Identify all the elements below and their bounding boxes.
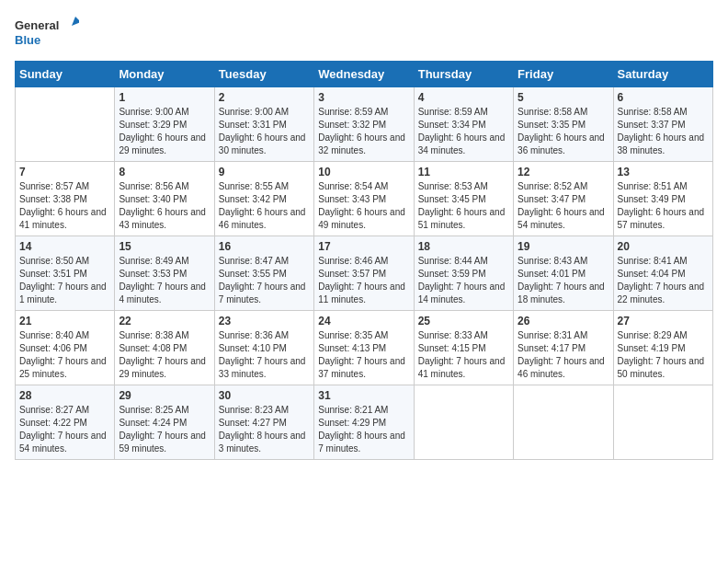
calendar-cell: 13Sunrise: 8:51 AMSunset: 3:49 PMDayligh… [613,162,712,236]
day-number: 9 [219,166,310,178]
calendar-page: General Blue Sunday Monday Tuesday Wedne… [0,0,728,563]
calendar-cell [16,87,115,162]
day-info: Sunrise: 8:59 AMSunset: 3:34 PMDaylight:… [418,106,509,157]
day-info: Sunrise: 8:46 AMSunset: 3:57 PMDaylight:… [318,255,409,306]
calendar-cell: 30Sunrise: 8:23 AMSunset: 4:27 PMDayligh… [214,385,313,460]
day-number: 3 [318,91,409,104]
col-saturday: Saturday [613,62,712,87]
calendar-cell: 12Sunrise: 8:52 AMSunset: 3:47 PMDayligh… [514,162,613,236]
day-number: 13 [618,166,709,178]
day-number: 19 [518,240,609,253]
col-sunday: Sunday [16,62,115,87]
day-info: Sunrise: 8:59 AMSunset: 3:32 PMDaylight:… [318,106,409,157]
day-info: Sunrise: 9:00 AMSunset: 3:29 PMDaylight:… [119,106,210,157]
day-number: 16 [219,240,310,253]
day-number: 2 [219,91,310,104]
calendar-week-row: 21Sunrise: 8:40 AMSunset: 4:06 PMDayligh… [16,311,713,385]
day-info: Sunrise: 8:49 AMSunset: 3:53 PMDaylight:… [119,255,210,306]
calendar-week-row: 1Sunrise: 9:00 AMSunset: 3:29 PMDaylight… [16,87,713,162]
calendar-cell: 20Sunrise: 8:41 AMSunset: 4:04 PMDayligh… [613,236,712,311]
calendar-cell: 1Sunrise: 9:00 AMSunset: 3:29 PMDaylight… [115,87,214,162]
calendar-cell: 5Sunrise: 8:58 AMSunset: 3:35 PMDaylight… [514,87,613,162]
calendar-week-row: 28Sunrise: 8:27 AMSunset: 4:22 PMDayligh… [16,385,713,460]
day-info: Sunrise: 8:35 AMSunset: 4:13 PMDaylight:… [318,329,409,381]
day-info: Sunrise: 8:55 AMSunset: 3:42 PMDaylight:… [219,180,310,232]
calendar-cell: 23Sunrise: 8:36 AMSunset: 4:10 PMDayligh… [214,311,313,385]
col-thursday: Thursday [414,62,513,87]
day-info: Sunrise: 8:33 AMSunset: 4:15 PMDaylight:… [418,329,509,381]
logo-svg: General Blue [15,15,79,52]
calendar-cell: 25Sunrise: 8:33 AMSunset: 4:15 PMDayligh… [414,311,513,385]
svg-text:General: General [15,18,59,32]
calendar-cell: 14Sunrise: 8:50 AMSunset: 3:51 PMDayligh… [16,236,115,311]
day-number: 10 [318,166,409,178]
day-number: 7 [19,166,110,178]
day-number: 5 [518,91,609,104]
day-info: Sunrise: 8:51 AMSunset: 3:49 PMDaylight:… [618,180,709,232]
day-number: 12 [518,166,609,178]
day-info: Sunrise: 8:58 AMSunset: 3:35 PMDaylight:… [518,106,609,157]
day-info: Sunrise: 8:53 AMSunset: 3:45 PMDaylight:… [418,180,509,232]
calendar-cell: 9Sunrise: 8:55 AMSunset: 3:42 PMDaylight… [214,162,313,236]
calendar-cell: 26Sunrise: 8:31 AMSunset: 4:17 PMDayligh… [514,311,613,385]
day-number: 25 [418,315,509,327]
day-number: 4 [418,91,509,104]
calendar-cell: 7Sunrise: 8:57 AMSunset: 3:38 PMDaylight… [16,162,115,236]
calendar-cell: 2Sunrise: 9:00 AMSunset: 3:31 PMDaylight… [214,87,313,162]
calendar-cell: 27Sunrise: 8:29 AMSunset: 4:19 PMDayligh… [613,311,712,385]
day-number: 18 [418,240,509,253]
day-number: 15 [119,240,210,253]
day-number: 31 [318,389,409,402]
calendar-cell: 24Sunrise: 8:35 AMSunset: 4:13 PMDayligh… [314,311,414,385]
day-number: 8 [119,166,210,178]
calendar-cell [514,385,613,460]
day-info: Sunrise: 9:00 AMSunset: 3:31 PMDaylight:… [219,106,310,157]
calendar-cell: 29Sunrise: 8:25 AMSunset: 4:24 PMDayligh… [115,385,214,460]
calendar-cell: 6Sunrise: 8:58 AMSunset: 3:37 PMDaylight… [613,87,712,162]
calendar-cell: 17Sunrise: 8:46 AMSunset: 3:57 PMDayligh… [314,236,414,311]
calendar-cell: 8Sunrise: 8:56 AMSunset: 3:40 PMDaylight… [115,162,214,236]
calendar-cell [613,385,712,460]
logo: General Blue [15,15,79,52]
svg-marker-2 [72,17,79,26]
day-info: Sunrise: 8:44 AMSunset: 3:59 PMDaylight:… [418,255,509,306]
header: General Blue [15,15,713,52]
day-info: Sunrise: 8:50 AMSunset: 3:51 PMDaylight:… [19,255,110,306]
day-number: 29 [119,389,210,402]
day-number: 30 [219,389,310,402]
calendar-table: Sunday Monday Tuesday Wednesday Thursday… [15,61,713,460]
col-friday: Friday [514,62,613,87]
day-info: Sunrise: 8:25 AMSunset: 4:24 PMDaylight:… [119,404,210,455]
day-number: 23 [219,315,310,327]
day-number: 17 [318,240,409,253]
svg-text:Blue: Blue [15,33,40,47]
day-info: Sunrise: 8:52 AMSunset: 3:47 PMDaylight:… [518,180,609,232]
day-info: Sunrise: 8:57 AMSunset: 3:38 PMDaylight:… [19,180,110,232]
day-info: Sunrise: 8:41 AMSunset: 4:04 PMDaylight:… [618,255,709,306]
day-number: 27 [618,315,709,327]
col-tuesday: Tuesday [214,62,313,87]
calendar-week-row: 7Sunrise: 8:57 AMSunset: 3:38 PMDaylight… [16,162,713,236]
day-number: 24 [318,315,409,327]
calendar-cell [414,385,513,460]
day-number: 20 [618,240,709,253]
day-info: Sunrise: 8:36 AMSunset: 4:10 PMDaylight:… [219,329,310,381]
calendar-cell: 19Sunrise: 8:43 AMSunset: 4:01 PMDayligh… [514,236,613,311]
day-info: Sunrise: 8:27 AMSunset: 4:22 PMDaylight:… [19,404,110,455]
day-info: Sunrise: 8:56 AMSunset: 3:40 PMDaylight:… [119,180,210,232]
calendar-cell: 11Sunrise: 8:53 AMSunset: 3:45 PMDayligh… [414,162,513,236]
day-number: 26 [518,315,609,327]
calendar-cell: 3Sunrise: 8:59 AMSunset: 3:32 PMDaylight… [314,87,414,162]
calendar-week-row: 14Sunrise: 8:50 AMSunset: 3:51 PMDayligh… [16,236,713,311]
day-info: Sunrise: 8:43 AMSunset: 4:01 PMDaylight:… [518,255,609,306]
day-number: 6 [618,91,709,104]
day-number: 14 [19,240,110,253]
day-number: 21 [19,315,110,327]
day-number: 11 [418,166,509,178]
calendar-cell: 4Sunrise: 8:59 AMSunset: 3:34 PMDaylight… [414,87,513,162]
calendar-cell: 10Sunrise: 8:54 AMSunset: 3:43 PMDayligh… [314,162,414,236]
day-info: Sunrise: 8:29 AMSunset: 4:19 PMDaylight:… [618,329,709,381]
calendar-cell: 18Sunrise: 8:44 AMSunset: 3:59 PMDayligh… [414,236,513,311]
day-info: Sunrise: 8:31 AMSunset: 4:17 PMDaylight:… [518,329,609,381]
day-info: Sunrise: 8:23 AMSunset: 4:27 PMDaylight:… [219,404,310,455]
